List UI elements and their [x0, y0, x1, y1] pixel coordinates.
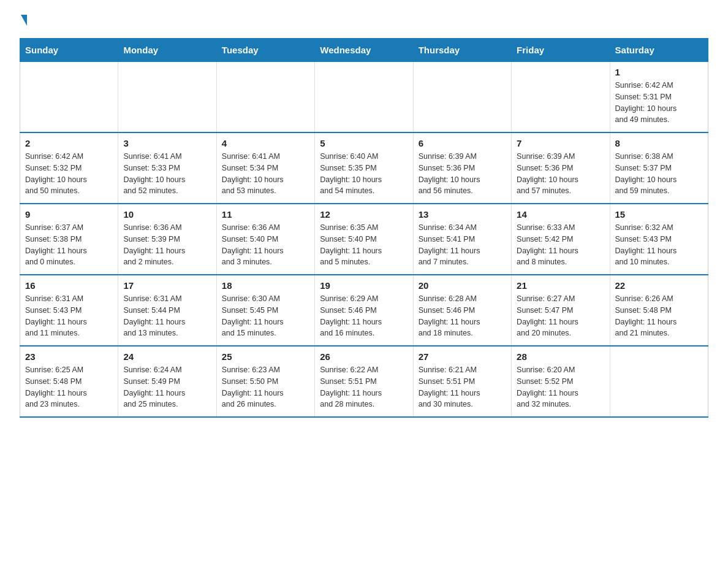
- calendar-cell: 20Sunrise: 6:28 AM Sunset: 5:46 PM Dayli…: [413, 275, 511, 346]
- day-info: Sunrise: 6:38 AM Sunset: 5:37 PM Dayligh…: [615, 151, 703, 197]
- day-number: 11: [222, 209, 309, 220]
- calendar-cell: 17Sunrise: 6:31 AM Sunset: 5:44 PM Dayli…: [118, 275, 216, 346]
- day-number: 5: [320, 138, 408, 148]
- calendar-cell: 10Sunrise: 6:36 AM Sunset: 5:39 PM Dayli…: [118, 204, 216, 275]
- calendar-cell: 4Sunrise: 6:41 AM Sunset: 5:34 PM Daylig…: [216, 132, 314, 204]
- day-info: Sunrise: 6:27 AM Sunset: 5:47 PM Dayligh…: [517, 293, 604, 339]
- day-info: Sunrise: 6:39 AM Sunset: 5:36 PM Dayligh…: [419, 151, 506, 197]
- day-info: Sunrise: 6:20 AM Sunset: 5:52 PM Dayligh…: [517, 364, 604, 410]
- day-info: Sunrise: 6:36 AM Sunset: 5:40 PM Dayligh…: [222, 222, 309, 268]
- calendar-cell: 13Sunrise: 6:34 AM Sunset: 5:41 PM Dayli…: [413, 204, 511, 275]
- day-number: 17: [123, 280, 211, 291]
- calendar-cell: 24Sunrise: 6:24 AM Sunset: 5:49 PM Dayli…: [118, 346, 216, 417]
- day-info: Sunrise: 6:41 AM Sunset: 5:34 PM Dayligh…: [222, 151, 309, 197]
- calendar-cell: [315, 62, 413, 133]
- day-number: 12: [320, 209, 408, 220]
- day-info: Sunrise: 6:21 AM Sunset: 5:51 PM Dayligh…: [419, 364, 506, 410]
- weekday-header-monday: Monday: [118, 39, 216, 62]
- day-number: 26: [320, 351, 408, 362]
- calendar-table: SundayMondayTuesdayWednesdayThursdayFrid…: [20, 38, 708, 418]
- day-info: Sunrise: 6:36 AM Sunset: 5:39 PM Dayligh…: [123, 222, 211, 268]
- calendar-cell: [118, 62, 216, 133]
- day-info: Sunrise: 6:40 AM Sunset: 5:35 PM Dayligh…: [320, 151, 408, 197]
- day-info: Sunrise: 6:25 AM Sunset: 5:48 PM Dayligh…: [25, 364, 113, 410]
- day-number: 16: [25, 280, 113, 291]
- logo-triangle-icon: [21, 15, 27, 26]
- day-info: Sunrise: 6:26 AM Sunset: 5:48 PM Dayligh…: [615, 293, 703, 339]
- calendar-cell: 6Sunrise: 6:39 AM Sunset: 5:36 PM Daylig…: [413, 132, 511, 204]
- day-info: Sunrise: 6:24 AM Sunset: 5:49 PM Dayligh…: [123, 364, 211, 410]
- day-number: 25: [222, 351, 309, 362]
- day-info: Sunrise: 6:41 AM Sunset: 5:33 PM Dayligh…: [123, 151, 211, 197]
- day-number: 2: [25, 138, 113, 148]
- calendar-cell: [413, 62, 511, 133]
- day-number: 22: [615, 280, 703, 291]
- calendar-cell: 16Sunrise: 6:31 AM Sunset: 5:43 PM Dayli…: [20, 275, 118, 346]
- day-info: Sunrise: 6:30 AM Sunset: 5:45 PM Dayligh…: [222, 293, 309, 339]
- day-number: 23: [25, 351, 113, 362]
- day-info: Sunrise: 6:28 AM Sunset: 5:46 PM Dayligh…: [419, 293, 506, 339]
- day-number: 21: [517, 280, 604, 291]
- day-info: Sunrise: 6:31 AM Sunset: 5:43 PM Dayligh…: [25, 293, 113, 339]
- day-info: Sunrise: 6:29 AM Sunset: 5:46 PM Dayligh…: [320, 293, 408, 339]
- day-number: 18: [222, 280, 309, 291]
- calendar-week-row: 16Sunrise: 6:31 AM Sunset: 5:43 PM Dayli…: [20, 275, 708, 346]
- calendar-cell: 8Sunrise: 6:38 AM Sunset: 5:37 PM Daylig…: [610, 132, 708, 204]
- day-number: 19: [320, 280, 408, 291]
- weekday-header-wednesday: Wednesday: [315, 39, 413, 62]
- weekday-header-friday: Friday: [512, 39, 610, 62]
- weekday-header-thursday: Thursday: [413, 39, 511, 62]
- calendar-week-row: 9Sunrise: 6:37 AM Sunset: 5:38 PM Daylig…: [20, 204, 708, 275]
- calendar-cell: 26Sunrise: 6:22 AM Sunset: 5:51 PM Dayli…: [315, 346, 413, 417]
- calendar-cell: [512, 62, 610, 133]
- day-info: Sunrise: 6:42 AM Sunset: 5:32 PM Dayligh…: [25, 151, 113, 197]
- day-info: Sunrise: 6:31 AM Sunset: 5:44 PM Dayligh…: [123, 293, 211, 339]
- calendar-cell: 3Sunrise: 6:41 AM Sunset: 5:33 PM Daylig…: [118, 132, 216, 204]
- day-number: 6: [419, 138, 506, 148]
- calendar-cell: [20, 62, 118, 133]
- day-number: 15: [615, 209, 703, 220]
- day-info: Sunrise: 6:42 AM Sunset: 5:31 PM Dayligh…: [615, 80, 703, 126]
- calendar-week-row: 23Sunrise: 6:25 AM Sunset: 5:48 PM Dayli…: [20, 346, 708, 417]
- day-number: 3: [123, 138, 211, 148]
- day-number: 9: [25, 209, 113, 220]
- day-number: 7: [517, 138, 604, 148]
- day-info: Sunrise: 6:39 AM Sunset: 5:36 PM Dayligh…: [517, 151, 604, 197]
- calendar-cell: [610, 346, 708, 417]
- day-info: Sunrise: 6:23 AM Sunset: 5:50 PM Dayligh…: [222, 364, 309, 410]
- weekday-header-sunday: Sunday: [20, 39, 118, 62]
- day-number: 14: [517, 209, 604, 220]
- calendar-cell: 19Sunrise: 6:29 AM Sunset: 5:46 PM Dayli…: [315, 275, 413, 346]
- calendar-cell: 2Sunrise: 6:42 AM Sunset: 5:32 PM Daylig…: [20, 132, 118, 204]
- calendar-cell: 21Sunrise: 6:27 AM Sunset: 5:47 PM Dayli…: [512, 275, 610, 346]
- calendar-cell: 25Sunrise: 6:23 AM Sunset: 5:50 PM Dayli…: [216, 346, 314, 417]
- calendar-cell: 18Sunrise: 6:30 AM Sunset: 5:45 PM Dayli…: [216, 275, 314, 346]
- day-number: 1: [615, 67, 703, 77]
- day-number: 27: [419, 351, 506, 362]
- calendar-cell: 23Sunrise: 6:25 AM Sunset: 5:48 PM Dayli…: [20, 346, 118, 417]
- day-number: 8: [615, 138, 703, 148]
- day-info: Sunrise: 6:37 AM Sunset: 5:38 PM Dayligh…: [25, 222, 113, 268]
- day-info: Sunrise: 6:32 AM Sunset: 5:43 PM Dayligh…: [615, 222, 703, 268]
- calendar-week-row: 1Sunrise: 6:42 AM Sunset: 5:31 PM Daylig…: [20, 62, 708, 133]
- calendar-cell: 12Sunrise: 6:35 AM Sunset: 5:40 PM Dayli…: [315, 204, 413, 275]
- day-number: 28: [517, 351, 604, 362]
- day-info: Sunrise: 6:35 AM Sunset: 5:40 PM Dayligh…: [320, 222, 408, 268]
- day-number: 20: [419, 280, 506, 291]
- page-header: [20, 15, 708, 27]
- weekday-header-row: SundayMondayTuesdayWednesdayThursdayFrid…: [20, 39, 708, 62]
- calendar-cell: [216, 62, 314, 133]
- day-number: 24: [123, 351, 211, 362]
- day-number: 13: [419, 209, 506, 220]
- day-info: Sunrise: 6:33 AM Sunset: 5:42 PM Dayligh…: [517, 222, 604, 268]
- calendar-cell: 7Sunrise: 6:39 AM Sunset: 5:36 PM Daylig…: [512, 132, 610, 204]
- calendar-cell: 1Sunrise: 6:42 AM Sunset: 5:31 PM Daylig…: [610, 62, 708, 133]
- calendar-cell: 5Sunrise: 6:40 AM Sunset: 5:35 PM Daylig…: [315, 132, 413, 204]
- calendar-cell: 22Sunrise: 6:26 AM Sunset: 5:48 PM Dayli…: [610, 275, 708, 346]
- day-number: 10: [123, 209, 211, 220]
- calendar-cell: 27Sunrise: 6:21 AM Sunset: 5:51 PM Dayli…: [413, 346, 511, 417]
- day-info: Sunrise: 6:22 AM Sunset: 5:51 PM Dayligh…: [320, 364, 408, 410]
- calendar-cell: 28Sunrise: 6:20 AM Sunset: 5:52 PM Dayli…: [512, 346, 610, 417]
- weekday-header-saturday: Saturday: [610, 39, 708, 62]
- day-info: Sunrise: 6:34 AM Sunset: 5:41 PM Dayligh…: [419, 222, 506, 268]
